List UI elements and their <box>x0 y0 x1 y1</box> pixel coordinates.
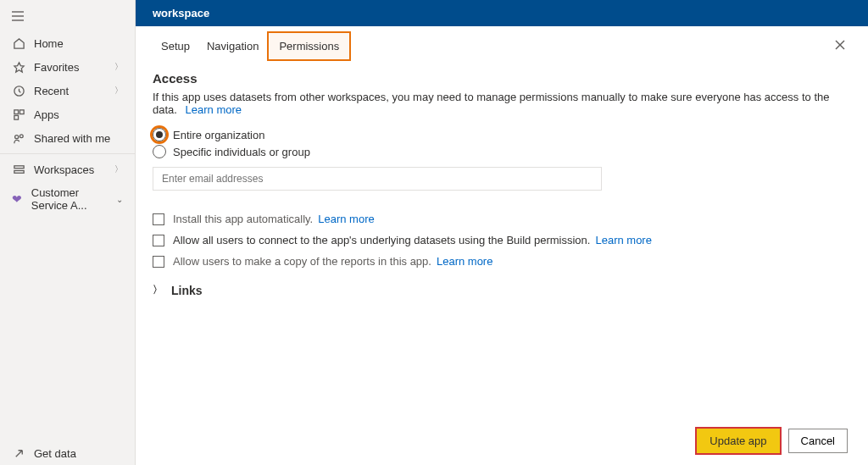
sidebar-item-customer-service[interactable]: ❤ Customer Service A... ⌄ <box>0 181 135 217</box>
sidebar-item-shared[interactable]: Shared with me <box>0 126 135 150</box>
apps-icon <box>12 108 25 121</box>
access-info: If this app uses datasets from other wor… <box>153 91 851 116</box>
check-allow-build[interactable]: Allow all users to connect to the app's … <box>153 234 851 246</box>
tabs: Setup Navigation Permissions <box>153 31 851 61</box>
sidebar-item-label: Shared with me <box>34 132 110 145</box>
sidebar-item-label: Favorites <box>34 61 79 74</box>
check-label: Allow users to make a copy of the report… <box>173 255 431 268</box>
home-icon <box>12 36 25 50</box>
sidebar-item-label: Recent <box>34 85 69 97</box>
install-learn-more-link[interactable]: Learn more <box>318 213 374 225</box>
sidebar-item-label: Customer Service A... <box>31 186 116 212</box>
sidebar-item-label: Home <box>34 37 64 50</box>
sidebar-item-get-data[interactable]: Get data <box>0 441 135 465</box>
section-title-access: Access <box>153 71 851 86</box>
sidebar-item-label: Workspaces <box>34 163 94 176</box>
checkbox-icon <box>153 213 164 225</box>
checkbox-icon <box>153 256 164 268</box>
update-app-button[interactable]: Update app <box>697 429 779 453</box>
sidebar-item-label: Apps <box>34 108 59 121</box>
chevron-down-icon: ⌄ <box>116 195 123 204</box>
cancel-button[interactable]: Cancel <box>788 429 848 453</box>
copy-learn-more-link[interactable]: Learn more <box>437 255 492 268</box>
hamburger-icon <box>12 10 25 22</box>
separator <box>0 153 135 154</box>
close-icon <box>834 39 846 51</box>
access-info-text: If this app uses datasets from other wor… <box>153 91 829 116</box>
close-button[interactable] <box>829 34 851 59</box>
tab-navigation[interactable]: Navigation <box>198 31 267 61</box>
sidebar-item-apps[interactable]: Apps <box>0 102 135 126</box>
radio-icon <box>153 128 166 141</box>
titlebar: workspace <box>136 0 868 26</box>
links-label: Links <box>171 284 203 297</box>
workspaces-icon <box>12 163 25 176</box>
tab-permissions[interactable]: Permissions <box>267 31 351 61</box>
heart-icon: ❤ <box>12 192 23 206</box>
sidebar-item-workspaces[interactable]: Workspaces 〉 <box>0 158 135 181</box>
tab-setup[interactable]: Setup <box>153 31 198 61</box>
chevron-right-icon: 〉 <box>114 61 123 73</box>
svg-point-8 <box>19 134 23 137</box>
radio-entire-org[interactable]: Entire organization <box>153 128 851 141</box>
sidebar-item-recent[interactable]: Recent 〉 <box>0 79 135 102</box>
hamburger-menu[interactable] <box>0 3 135 31</box>
check-install-automatically[interactable]: Install this app automatically. Learn mo… <box>153 213 851 225</box>
check-allow-copy[interactable]: Allow users to make a copy of the report… <box>153 255 851 268</box>
sidebar-item-label: Get data <box>34 447 76 460</box>
checkbox-icon <box>153 235 164 246</box>
radio-label: Specific individuals or group <box>173 146 310 158</box>
svg-rect-9 <box>14 165 23 168</box>
arrow-icon <box>12 446 25 460</box>
svg-rect-5 <box>19 109 24 113</box>
svg-rect-10 <box>14 170 23 173</box>
svg-rect-6 <box>14 115 18 119</box>
links-section-toggle[interactable]: 〉 Links <box>153 283 851 297</box>
chevron-right-icon: 〉 <box>114 85 123 97</box>
radio-specific[interactable]: Specific individuals or group <box>153 145 851 158</box>
star-icon <box>12 60 25 74</box>
email-input[interactable] <box>153 167 602 191</box>
page-title: workspace <box>153 7 209 19</box>
check-label: Allow all users to connect to the app's … <box>173 234 590 246</box>
build-learn-more-link[interactable]: Learn more <box>595 234 651 246</box>
clock-icon <box>12 84 25 97</box>
footer-buttons: Update app Cancel <box>697 429 848 453</box>
svg-point-7 <box>14 135 18 138</box>
check-label: Install this app automatically. <box>173 213 313 225</box>
sidebar-item-favorites[interactable]: Favorites 〉 <box>0 55 135 79</box>
main: workspace Setup Navigation Permissions A… <box>136 0 868 465</box>
access-learn-more-link[interactable]: Learn more <box>186 103 242 116</box>
radio-icon <box>153 145 166 158</box>
sidebar-item-home[interactable]: Home <box>0 31 135 55</box>
chevron-right-icon: 〉 <box>153 283 163 297</box>
svg-rect-4 <box>14 109 18 113</box>
share-icon <box>12 131 25 145</box>
radio-label: Entire organization <box>173 129 264 141</box>
sidebar: Home Favorites 〉 Recent 〉 Apps <box>0 0 136 465</box>
chevron-right-icon: 〉 <box>114 163 123 175</box>
